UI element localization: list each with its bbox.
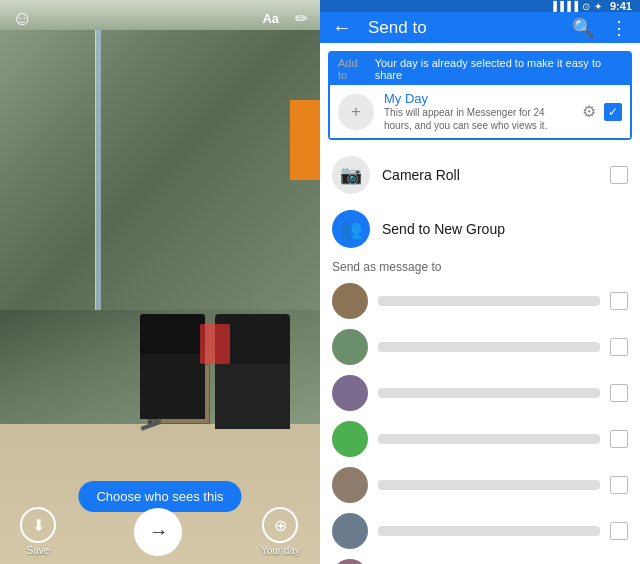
my-day-avatar: +: [338, 94, 374, 130]
search-button[interactable]: 🔍: [568, 13, 598, 43]
camera-roll-checkbox[interactable]: [610, 166, 628, 184]
back-button[interactable]: ←: [328, 12, 356, 43]
contact-checkbox-6[interactable]: [610, 522, 628, 540]
contact-name-1: [378, 296, 600, 306]
send-new-group-avatar: 👥: [332, 210, 370, 248]
send-new-group-label: Send to New Group: [382, 221, 628, 237]
more-options-button[interactable]: ⋮: [606, 13, 632, 43]
add-to-banner: Add to Your day is already selected to m…: [330, 53, 630, 85]
send-header: ← Send to 🔍 ⋮: [320, 12, 640, 43]
send-panel: ▐▐▐▐ ⊙ ✦ 9:41 ← Send to 🔍 ⋮ Add to Your …: [320, 0, 640, 564]
save-icon: ⬇: [20, 507, 56, 543]
contact-row[interactable]: [320, 416, 640, 462]
camera-roll-avatar: 📷: [332, 156, 370, 194]
contact-avatar-3: [332, 375, 368, 411]
contacts-list: [320, 278, 640, 564]
contact-row[interactable]: [320, 554, 640, 564]
contact-avatar-1: [332, 283, 368, 319]
your-day-icon: ⊕: [262, 507, 298, 543]
status-icons: ▐▐▐▐ ⊙ ✦: [550, 1, 602, 12]
camera-roll-item[interactable]: 📷 Camera Roll: [320, 148, 640, 202]
contact-checkbox-4[interactable]: [610, 430, 628, 448]
camera-top-icons: ☺: [12, 7, 32, 30]
camera-roll-label: Camera Roll: [382, 167, 598, 183]
contact-row[interactable]: [320, 508, 640, 554]
your-day-button[interactable]: ⊕ Your day: [261, 507, 300, 556]
contact-avatar-4: [332, 421, 368, 457]
contact-row[interactable]: [320, 324, 640, 370]
my-day-row[interactable]: + My Day This will appear in Messenger f…: [330, 85, 630, 138]
status-time: 9:41: [610, 0, 632, 12]
contact-name-5: [378, 480, 600, 490]
my-day-checkbox[interactable]: ✓: [604, 103, 622, 121]
contact-row[interactable]: [320, 462, 640, 508]
contact-name-2: [378, 342, 600, 352]
camera-top-bar: ☺ Aa ✏: [0, 0, 320, 36]
bluetooth-icon: ✦: [594, 1, 602, 12]
contact-checkbox-1[interactable]: [610, 292, 628, 310]
draw-icon[interactable]: ✏: [295, 9, 308, 28]
camera-text-icons: Aa ✏: [262, 9, 308, 28]
camera-panel: ☺ Aa ✏ Choose who sees this ⬇ Save → ⊕ Y…: [0, 0, 320, 564]
signal-icon: ▐▐▐▐: [550, 1, 578, 12]
emoji-icon[interactable]: ☺: [12, 7, 32, 30]
camera-bottom-controls: Choose who sees this ⬇ Save → ⊕ Your day: [0, 464, 320, 564]
contact-avatar-2: [332, 329, 368, 365]
send-as-message-label: Send as message to: [320, 256, 640, 278]
add-to-label: Add to: [338, 57, 369, 81]
header-action-icons: 🔍 ⋮: [568, 13, 632, 43]
my-day-subtitle: This will appear in Messenger for 24 hou…: [384, 106, 572, 132]
my-day-info: My Day This will appear in Messenger for…: [384, 91, 572, 132]
contact-name-6: [378, 526, 600, 536]
wifi-icon: ⊙: [582, 1, 590, 12]
text-icon[interactable]: Aa: [262, 11, 279, 26]
contact-row[interactable]: [320, 370, 640, 416]
contact-avatar-5: [332, 467, 368, 503]
contact-avatar-6: [332, 513, 368, 549]
next-button[interactable]: →: [134, 508, 182, 556]
contact-avatar-7: [332, 559, 368, 564]
send-new-group-item[interactable]: 👥 Send to New Group: [320, 202, 640, 256]
contact-checkbox-5[interactable]: [610, 476, 628, 494]
settings-icon[interactable]: ⚙: [582, 102, 596, 121]
banner-text: Your day is already selected to make it …: [375, 57, 622, 81]
contact-row[interactable]: [320, 278, 640, 324]
add-to-section: Add to Your day is already selected to m…: [328, 51, 632, 140]
my-day-title: My Day: [384, 91, 572, 106]
contact-checkbox-3[interactable]: [610, 384, 628, 402]
status-bar: ▐▐▐▐ ⊙ ✦ 9:41: [320, 0, 640, 12]
header-title: Send to: [368, 18, 556, 38]
save-button[interactable]: ⬇ Save: [20, 507, 56, 556]
my-day-actions: ⚙ ✓: [582, 102, 622, 121]
bottom-icon-bar: ⬇ Save → ⊕ Your day: [0, 507, 320, 556]
contact-checkbox-2[interactable]: [610, 338, 628, 356]
contact-name-3: [378, 388, 600, 398]
contact-name-4: [378, 434, 600, 444]
